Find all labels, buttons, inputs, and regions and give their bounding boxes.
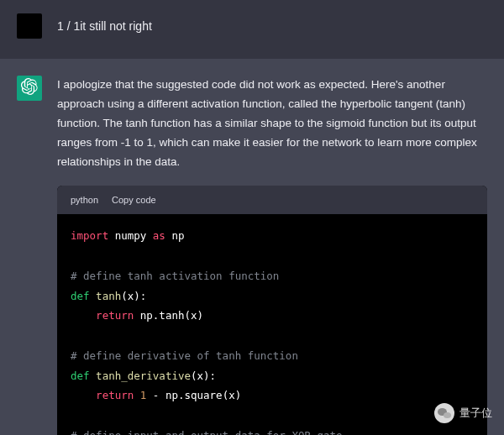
code-block: python Copy code import numpy as np # de… [57, 186, 487, 435]
assistant-content: I apologize that the suggested code did … [57, 76, 487, 435]
user-avatar [17, 13, 42, 39]
watermark: 量子位 [434, 403, 492, 423]
watermark-text: 量子位 [459, 406, 492, 421]
code-body: import numpy as np # define tanh activat… [57, 214, 487, 435]
wechat-icon [434, 403, 454, 423]
code-language-label: python [71, 192, 98, 208]
openai-icon [21, 78, 38, 98]
assistant-message-text: I apologize that the suggested code did … [57, 76, 487, 172]
code-header: python Copy code [57, 186, 487, 215]
user-message-row: 1 / 1it still not right [0, 0, 504, 59]
copy-code-button[interactable]: Copy code [112, 192, 156, 208]
assistant-message-row: I apologize that the suggested code did … [0, 59, 504, 435]
assistant-avatar [17, 76, 42, 101]
user-message-text: 1 / 1it still not right [57, 13, 487, 39]
